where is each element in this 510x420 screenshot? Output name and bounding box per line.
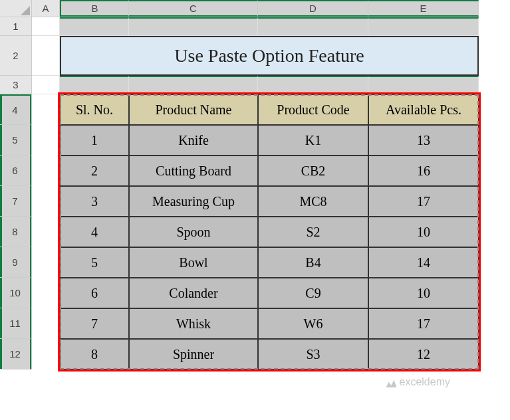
- cell-name[interactable]: Measuring Cup: [129, 186, 258, 217]
- cell-code[interactable]: B4: [258, 247, 368, 278]
- cell-e3[interactable]: [368, 76, 479, 94]
- cell-pcs[interactable]: 17: [368, 308, 479, 339]
- cell-name[interactable]: Spinner: [129, 339, 258, 369]
- cell-c1[interactable]: [129, 17, 258, 36]
- cell-pcs[interactable]: 10: [368, 217, 479, 247]
- row-header-1[interactable]: 1: [0, 17, 31, 36]
- row-header-8[interactable]: 8: [0, 217, 31, 247]
- col-header-b[interactable]: B: [60, 0, 129, 17]
- cell-name[interactable]: Bowl: [129, 247, 258, 278]
- chart-icon: [386, 377, 397, 387]
- row-header-12[interactable]: 12: [0, 339, 31, 369]
- row-headers: 1 2 3 4 5 6 7 8 9 10 11 12: [0, 17, 32, 369]
- header-pcs[interactable]: Available Pcs.: [368, 94, 479, 125]
- row-header-10[interactable]: 10: [0, 278, 31, 308]
- cell-name[interactable]: Cutting Board: [129, 156, 258, 186]
- cell-slno[interactable]: 6: [60, 278, 129, 308]
- cell-a3[interactable]: [32, 76, 60, 94]
- cell-b3[interactable]: [60, 76, 129, 94]
- cell-pcs[interactable]: 16: [368, 156, 479, 186]
- row-header-9[interactable]: 9: [0, 247, 31, 278]
- row-header-3[interactable]: 3: [0, 76, 31, 94]
- col-header-c[interactable]: C: [129, 0, 258, 17]
- cell-slno[interactable]: 7: [60, 308, 129, 339]
- table-row: 2 Cutting Board CB2 16: [60, 156, 479, 186]
- watermark-text: exceldemy: [400, 376, 450, 388]
- header-slno[interactable]: Sl. No.: [60, 94, 129, 125]
- cell-code[interactable]: S3: [258, 339, 368, 369]
- cell-slno[interactable]: 5: [60, 247, 129, 278]
- row-header-11[interactable]: 11: [0, 308, 31, 339]
- data-table: Sl. No. Product Name Product Code Availa…: [60, 94, 479, 369]
- cell-d3[interactable]: [258, 76, 368, 94]
- table-row: 5 Bowl B4 14: [60, 247, 479, 278]
- row-header-7[interactable]: 7: [0, 186, 31, 217]
- table-header-row: Sl. No. Product Name Product Code Availa…: [60, 94, 479, 125]
- header-code[interactable]: Product Code: [258, 94, 368, 125]
- cell-slno[interactable]: 4: [60, 217, 129, 247]
- cell-slno[interactable]: 3: [60, 186, 129, 217]
- cell-name[interactable]: Colander: [129, 278, 258, 308]
- cell-code[interactable]: C9: [258, 278, 368, 308]
- cell-a1[interactable]: [32, 17, 60, 36]
- cell-name[interactable]: Whisk: [129, 308, 258, 339]
- row-header-4[interactable]: 4: [0, 94, 31, 125]
- cell-d1[interactable]: [258, 17, 368, 36]
- cell-pcs[interactable]: 14: [368, 247, 479, 278]
- table-row: 6 Colander C9 10: [60, 278, 479, 308]
- cell-e1[interactable]: [368, 17, 479, 36]
- row-header-6[interactable]: 6: [0, 156, 31, 186]
- cell-code[interactable]: MC8: [258, 186, 368, 217]
- cell-pcs[interactable]: 12: [368, 339, 479, 369]
- cell-pcs[interactable]: 10: [368, 278, 479, 308]
- cell-name[interactable]: Spoon: [129, 217, 258, 247]
- col-header-a[interactable]: A: [32, 0, 60, 17]
- cell-slno[interactable]: 8: [60, 339, 129, 369]
- cell-slno[interactable]: 2: [60, 156, 129, 186]
- header-name[interactable]: Product Name: [129, 94, 258, 125]
- grid-area: Use Paste Option Feature Sl. No. Product…: [32, 17, 479, 94]
- cell-a2[interactable]: [32, 36, 60, 76]
- table-row: 1 Knife K1 13: [60, 125, 479, 156]
- col-header-d[interactable]: D: [258, 0, 368, 17]
- table-row: 4 Spoon S2 10: [60, 217, 479, 247]
- cell-b1[interactable]: [60, 17, 129, 36]
- col-header-e[interactable]: E: [368, 0, 479, 17]
- cell-code[interactable]: W6: [258, 308, 368, 339]
- title-cell[interactable]: Use Paste Option Feature: [60, 36, 479, 76]
- cell-pcs[interactable]: 17: [368, 186, 479, 217]
- table-row: 8 Spinner S3 12: [60, 339, 479, 369]
- table-row: 7 Whisk W6 17: [60, 308, 479, 339]
- spreadsheet: A B C D E 1 2 3 4 5 6 7 8 9 10 11 12 Use…: [0, 0, 510, 420]
- cell-name[interactable]: Knife: [129, 125, 258, 156]
- column-headers: A B C D E: [32, 0, 479, 17]
- cell-slno[interactable]: 1: [60, 125, 129, 156]
- row-header-5[interactable]: 5: [0, 125, 31, 156]
- cell-code[interactable]: S2: [258, 217, 368, 247]
- cell-pcs[interactable]: 13: [368, 125, 479, 156]
- row-header-2[interactable]: 2: [0, 36, 31, 76]
- cell-code[interactable]: CB2: [258, 156, 368, 186]
- table-row: 3 Measuring Cup MC8 17: [60, 186, 479, 217]
- cell-c3[interactable]: [129, 76, 258, 94]
- watermark: exceldemy: [386, 376, 450, 388]
- cell-code[interactable]: K1: [258, 125, 368, 156]
- select-all-corner[interactable]: [0, 0, 32, 17]
